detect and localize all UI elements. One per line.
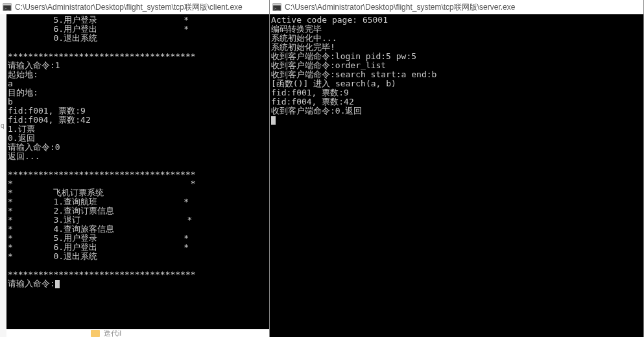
console-line: 请输入命令:0 [8,143,269,152]
console-line: 0.退出系统 [8,34,269,43]
console-line: * 6.用户登出 * [8,243,269,252]
cursor [55,280,60,288]
console-line: * 4.查询旅客信息 [8,225,269,234]
console-line: fid:f001, 票数:9 [8,106,269,116]
console-line [8,161,269,170]
console-line: b [8,97,269,106]
console-line: 6.用户登出 * [8,25,269,34]
folder-icon [91,330,100,337]
server-titlebar[interactable]: >_ C:\Users\Administrator\Desktop\flight… [270,0,643,14]
console-line: [函数()] 进入 search(a, b) [271,79,643,88]
console-line: fid:f001, 票数:9 [271,88,643,97]
console-line: * * [8,179,269,188]
console-line: 请输入命令:1 [8,61,269,70]
console-line: 0.返回 [8,134,269,143]
console-line: * 3.退订 * [8,216,269,225]
console-line: * 2.查询订票信息 [8,206,269,216]
client-titlebar[interactable]: >_ C:\Users\Administrator\Desktop\flight… [0,0,269,14]
console-line: 目的地: [8,88,269,97]
console-line: 收到客户端命令:search start:a end:b [271,70,643,79]
console-line: * 0.退出系统 [8,252,269,261]
console-line: * 5.用户登录 * [8,234,269,243]
console-icon: >_ [272,3,281,12]
left-gutter: q [0,14,6,337]
console-line: ************************************* [8,52,269,61]
console-line [8,261,269,270]
console-line: 收到客户端命令:login pid:5 pw:5 [271,52,643,61]
console-line: * 飞机订票系统 [8,188,269,197]
console-line: fid:f004, 票数:42 [8,116,269,125]
console-line: 系统初始化中... [271,34,643,43]
client-console-body[interactable]: 5.用户登录 * 6.用户登出 * 0.退出系统****************… [0,14,269,337]
console-line: fid:f004, 票数:42 [271,97,643,106]
console-line: * 1.查询航班 * [8,197,269,206]
console-line: a [8,79,269,88]
console-line: 收到客户端命令:order_list [271,61,643,70]
console-line: 起始地: [8,70,269,79]
console-line: 返回... [8,152,269,161]
console-line [271,116,643,125]
client-title-text: C:\Users\Administrator\Desktop\flight_sy… [15,2,243,13]
svg-text:>_: >_ [5,6,10,10]
console-line: 收到客户端命令:0.返回 [271,106,643,116]
console-line: ************************************* [8,170,269,179]
desktop-peek-strip: 迭代il [6,329,269,337]
console-line: 编码转换完毕 [271,25,643,34]
console-line [8,43,269,52]
svg-text:>_: >_ [274,6,280,10]
console-line: ************************************* [8,270,269,279]
server-title-text: C:\Users\Administrator\Desktop\flight_sy… [285,2,515,13]
console-line: 1.订票 [8,125,269,134]
console-line: 系统初始化完毕! [271,43,643,52]
client-console-window: >_ C:\Users\Administrator\Desktop\flight… [0,0,270,337]
server-console-window: >_ C:\Users\Administrator\Desktop\flight… [270,0,644,337]
folder-label: 迭代il [104,329,121,338]
console-line: Active code page: 65001 [271,16,643,25]
console-line: 请输入命令: [8,279,269,288]
server-console-body[interactable]: Active code page: 65001编码转换完毕系统初始化中...系统… [270,14,643,337]
console-icon: >_ [3,3,12,12]
console-line: 5.用户登录 * [8,16,269,25]
cursor [271,116,276,125]
